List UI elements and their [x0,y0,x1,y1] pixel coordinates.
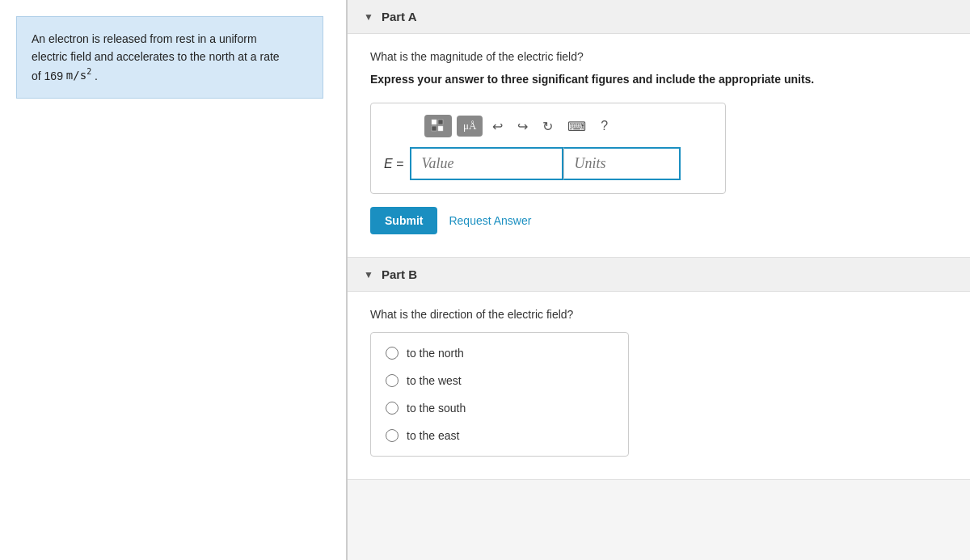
grid-button[interactable] [424,115,452,137]
redo-button[interactable]: ↪ [512,116,533,137]
submit-button[interactable]: Submit [370,207,437,234]
part-a-header[interactable]: ▼ Part A [348,0,970,34]
units-input[interactable] [563,147,681,180]
value-input[interactable] [410,147,563,180]
problem-statement: An electron is released from rest in a u… [16,16,323,99]
option-west[interactable]: to the west [371,367,628,394]
keyboard-button[interactable]: ⌨ [563,116,591,137]
part-a-instruction: Express your answer to three significant… [370,71,947,88]
part-a-question: What is the magnitude of the electric fi… [370,50,947,63]
option-north-label: to the north [407,347,464,360]
right-panel: ▼ Part A What is the magnitude of the el… [348,0,970,560]
refresh-button[interactable]: ↻ [538,116,558,137]
option-north[interactable]: to the north [371,339,628,367]
action-row: Submit Request Answer [370,207,947,234]
radio-north[interactable] [386,347,399,360]
svg-rect-1 [438,120,443,124]
direction-options: to the north to the west to the south to… [370,332,629,457]
radio-south[interactable] [386,402,399,415]
part-b-header[interactable]: ▼ Part B [348,258,970,292]
option-south-label: to the south [407,402,466,415]
symbol-button[interactable]: μÅ [457,116,483,137]
svg-rect-2 [432,126,436,131]
option-west-label: to the west [407,374,462,387]
radio-west[interactable] [386,374,399,387]
undo-button[interactable]: ↩ [487,116,508,137]
option-south[interactable]: to the south [371,394,628,422]
help-button[interactable]: ? [596,116,613,137]
problem-text: An electron is released from rest in a u… [32,32,280,82]
option-east[interactable]: to the east [371,422,628,449]
part-a-chevron-icon: ▼ [364,11,373,23]
formula-toolbar: μÅ ↩ ↪ ↻ ⌨ ? [384,115,712,137]
part-a-content: What is the magnitude of the electric fi… [348,34,970,258]
part-b-label: Part B [382,267,417,281]
input-row: E = [384,147,712,180]
radio-east[interactable] [386,429,399,442]
svg-rect-0 [432,120,436,124]
answer-container: μÅ ↩ ↪ ↻ ⌨ ? E = [370,103,726,194]
left-panel: An electron is released from rest in a u… [0,0,348,560]
part-b-content: What is the direction of the electric fi… [348,292,970,480]
request-answer-link[interactable]: Request Answer [449,214,531,227]
part-b-question: What is the direction of the electric fi… [370,308,947,321]
part-a-label: Part A [382,10,417,23]
svg-rect-3 [438,126,443,131]
option-east-label: to the east [407,429,459,442]
part-b-chevron-icon: ▼ [364,269,373,280]
problem-unit: m/s2 [66,69,91,82]
eq-label: E = [384,157,403,171]
symbol-label: μÅ [463,120,476,133]
